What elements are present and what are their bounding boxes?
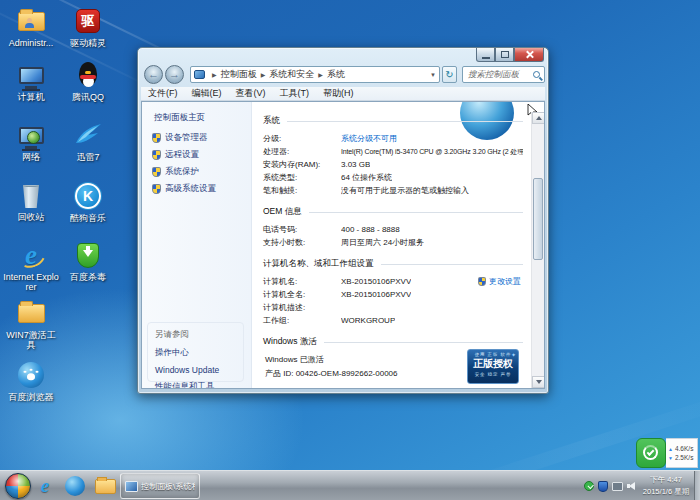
badge-bottom-text: 安全 稳定 声誉 xyxy=(471,370,516,377)
breadcrumb-system-security[interactable]: 系统和安全 xyxy=(269,68,314,81)
refresh-button[interactable]: ↻ xyxy=(442,66,457,83)
uac-shield-icon xyxy=(152,184,161,194)
sidebar-item-windows-update[interactable]: Windows Update xyxy=(155,365,243,375)
start-button[interactable] xyxy=(5,473,31,499)
minimize-button[interactable] xyxy=(476,48,495,62)
folder-icon xyxy=(18,12,45,31)
desktop-icon-network[interactable]: 网络 xyxy=(2,120,60,162)
sidebar-item-performance-tools[interactable]: 性能信息和工具 xyxy=(155,381,243,389)
desktop-icon-label: 驱动精灵 xyxy=(59,38,117,48)
desktop-icon-kugou[interactable]: K 酷狗音乐 xyxy=(59,181,117,223)
penguin-scarf-icon xyxy=(80,75,96,79)
taskbar-clock[interactable]: 下午 4:47 2015/1/6 星期二 xyxy=(640,474,692,500)
desktop-icon-baidu-antivirus[interactable]: 百度杀毒 xyxy=(59,240,117,282)
info-row: 计算机全名:XB-20150106PXVV xyxy=(263,288,523,301)
address-bar[interactable]: ▶ 控制面板 ▶ 系统和安全 ▶ 系统 ▼ xyxy=(190,66,440,83)
speed-panel: ▲4.6K/s ▼2.5K/s xyxy=(666,438,698,468)
maximize-icon xyxy=(501,51,509,58)
close-button[interactable] xyxy=(514,48,544,62)
sidebar-item-device-manager[interactable]: 设备管理器 xyxy=(152,132,208,144)
close-icon xyxy=(525,50,534,59)
change-settings-link[interactable]: 更改设置 xyxy=(478,276,521,287)
forward-button[interactable]: → xyxy=(165,65,184,84)
user-icon xyxy=(25,23,34,28)
search-input[interactable]: 搜索控制面板 xyxy=(462,66,545,83)
desktop-icon-administrator[interactable]: Administr... xyxy=(2,6,60,48)
caption-buttons xyxy=(476,48,544,62)
desktop-icon-recycle-bin[interactable]: 回收站 xyxy=(2,180,60,222)
address-dropdown-icon[interactable]: ▼ xyxy=(430,72,439,78)
divider xyxy=(324,342,523,343)
system-tray xyxy=(584,471,638,500)
tray-shield-icon[interactable] xyxy=(598,481,608,492)
baidu-pearl-icon xyxy=(65,476,85,496)
back-button[interactable]: ← xyxy=(144,65,163,84)
menu-help[interactable]: 帮助(H) xyxy=(316,87,361,100)
desktop-icon-win7-activator[interactable]: WIN7激活工具 xyxy=(2,298,60,351)
desktop-icon-label: Administr... xyxy=(2,38,60,48)
genuine-badge[interactable]: ✦ 使用 正版 软件 正版授权 安全 稳定 声誉 xyxy=(467,349,519,384)
menu-edit[interactable]: 编辑(E) xyxy=(185,87,229,100)
sidebar-item-advanced-settings[interactable]: 高级系统设置 xyxy=(152,183,216,195)
section-title: 计算机名称、域和工作组设置 xyxy=(263,258,374,270)
taskbar-active-task[interactable]: 控制面板\系统和... xyxy=(120,473,200,499)
sidebar-item-action-center[interactable]: 操作中心 xyxy=(155,347,243,359)
ie-icon: e xyxy=(25,242,37,269)
up-arrow-icon xyxy=(536,116,542,120)
section-system: 系统 分级:系统分级不可用 处理器:Intel(R) Core(TM) i5-3… xyxy=(263,115,523,197)
info-row: 计算机描述: xyxy=(263,301,523,314)
desktop-icon-driver-genius[interactable]: 驱 驱动精灵 xyxy=(59,6,117,48)
sidebar-item-label: 远程设置 xyxy=(165,149,199,161)
tray-green-check-icon[interactable] xyxy=(584,481,594,491)
qq-penguin-icon xyxy=(78,62,98,88)
section-computer-name: 计算机名称、域和工作组设置 更改设置 计算机名:XB-20150106PXVV … xyxy=(263,258,523,327)
up-arrow-icon: ▲ xyxy=(668,446,673,452)
rating-link[interactable]: 系统分级不可用 xyxy=(341,132,397,145)
info-row: 分级:系统分级不可用 xyxy=(263,132,523,145)
menu-tools[interactable]: 工具(T) xyxy=(273,87,317,100)
penguin-beak-icon xyxy=(85,71,91,74)
main-panel: 系统 分级:系统分级不可用 处理器:Intel(R) Core(TM) i5-3… xyxy=(253,102,531,388)
download-speed: ▼2.5K/s xyxy=(668,454,697,461)
scroll-down-button[interactable] xyxy=(532,376,545,388)
desktop-icon-qq[interactable]: 腾讯QQ xyxy=(59,60,117,102)
vertical-scrollbar[interactable] xyxy=(531,112,544,388)
control-panel-icon xyxy=(194,70,205,79)
desktop-icon-computer[interactable]: 计算机 xyxy=(2,60,60,102)
desktop-icon-internet-explorer[interactable]: e Internet Explorer xyxy=(2,240,60,293)
desktop-icon-label: 迅雷7 xyxy=(59,152,117,162)
desktop-icon-label: 计算机 xyxy=(2,92,60,102)
maximize-button[interactable] xyxy=(495,48,514,62)
desktop-icon-label: 回收站 xyxy=(2,212,60,222)
learn-more-link[interactable]: 联机了解更多内容... xyxy=(453,388,519,389)
taskbar-explorer-button[interactable] xyxy=(93,474,117,498)
task-label: 控制面板\系统和... xyxy=(141,481,195,492)
scrollbar-thumb[interactable] xyxy=(533,178,543,260)
net-speed-widget[interactable]: ▲4.6K/s ▼2.5K/s xyxy=(636,438,698,468)
scroll-up-button[interactable] xyxy=(532,112,545,124)
section-activation: Windows 激活 Windows 已激活 产品 ID: 00426-OEM-… xyxy=(263,336,523,389)
taskbar-ie-button[interactable]: e xyxy=(33,474,57,498)
breadcrumb-control-panel[interactable]: 控制面板 xyxy=(221,68,257,81)
desktop-icon-baidu-browser[interactable]: 百度浏览器 xyxy=(2,360,60,402)
info-row: 系统类型:64 位操作系统 xyxy=(263,171,523,184)
sidebar-item-home[interactable]: 控制面板主页 xyxy=(154,112,205,124)
globe-icon xyxy=(27,131,40,144)
sidebar-item-system-protection[interactable]: 系统保护 xyxy=(152,166,199,178)
desktop-icon-label: 百度杀毒 xyxy=(59,272,117,282)
kugou-icon: K xyxy=(75,183,101,209)
desktop-icon-label: WIN7激活工具 xyxy=(2,330,60,351)
breadcrumb-arrow-icon: ▶ xyxy=(318,71,323,78)
desktop-icon-xunlei[interactable]: 迅雷7 xyxy=(59,120,117,162)
green-check-tile[interactable] xyxy=(636,438,666,468)
breadcrumb-system[interactable]: 系统 xyxy=(327,68,345,81)
show-desktop-button[interactable] xyxy=(694,471,700,500)
menu-view[interactable]: 查看(V) xyxy=(229,87,273,100)
desktop-icon-label: Internet Explorer xyxy=(2,272,60,293)
tray-speaker-icon[interactable] xyxy=(627,481,638,492)
uac-shield-icon xyxy=(152,167,161,177)
tray-monitor-icon[interactable] xyxy=(612,482,623,491)
sidebar-item-remote-settings[interactable]: 远程设置 xyxy=(152,149,199,161)
taskbar-baidu-browser-button[interactable] xyxy=(63,474,87,498)
menu-file[interactable]: 文件(F) xyxy=(141,87,185,100)
